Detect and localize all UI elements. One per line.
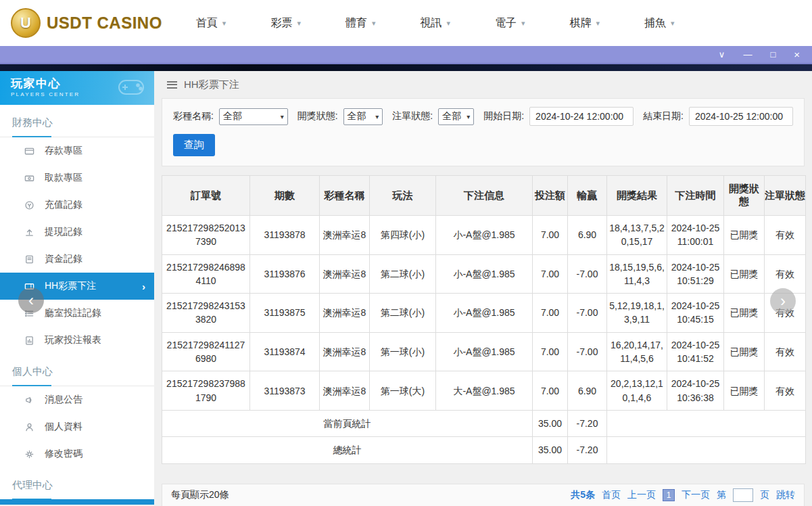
main-content: HH彩票下注 彩種名稱: 全部 ▾ 開獎狀態: 全部 ▾ 注單狀態: 全部 ▾ <box>154 71 812 505</box>
page-jump-input[interactable] <box>733 488 753 502</box>
nav-item-label: 電子 <box>495 16 517 30</box>
cell: 第一球(大) <box>370 371 436 411</box>
cell: 6.90 <box>568 216 607 255</box>
cell: 澳洲幸运8 <box>320 294 370 333</box>
bets-table-wrap: 訂單號期數彩種名稱玩法下注信息投注額輸贏開獎結果下注時間開獎狀態注單狀態 215… <box>162 175 805 464</box>
chevron-down-icon: ▾ <box>596 19 600 28</box>
nav-item[interactable]: 體育▾ <box>345 16 376 30</box>
minimize-icon[interactable]: — <box>743 50 752 59</box>
cell: 有效 <box>765 216 806 255</box>
nav-item[interactable]: 視訊▾ <box>420 16 450 30</box>
maximize-icon[interactable]: □ <box>770 50 775 59</box>
menu-toggle-icon[interactable] <box>167 81 177 89</box>
cell: 16,20,14,17,11,4,5,6 <box>607 332 667 371</box>
sidebar-section-title: 財務中心 <box>0 105 154 137</box>
cell: 2024-10-25 10:41:52 <box>667 332 724 371</box>
table-header-row: 訂單號期數彩種名稱玩法下注信息投注額輸贏開獎結果下注時間開獎狀態注單狀態 <box>162 176 806 216</box>
carousel-left-arrow-icon[interactable]: ‹ <box>18 288 44 313</box>
chevron-down-icon: ▾ <box>372 19 376 28</box>
sidebar-item-label: HH彩票下注 <box>45 280 96 292</box>
table-row: 215217298246898411031193876澳洲幸运8第二球(小)小-… <box>162 254 806 294</box>
nav-item-label: 棋牌 <box>570 16 592 30</box>
current-page-badge: 1 <box>663 489 675 501</box>
first-page-link[interactable]: 首页 <box>602 489 621 501</box>
cell: 澳洲幸运8 <box>320 216 370 255</box>
draw-status-select[interactable]: 全部 ▾ <box>343 108 383 125</box>
nav-item[interactable]: 電子▾ <box>495 16 525 30</box>
column-header: 開獎結果 <box>607 176 667 216</box>
nav-item[interactable]: 首頁▾ <box>196 16 226 30</box>
cell: 2152172982379881790 <box>162 371 250 411</box>
cell: -7.00 <box>568 294 607 333</box>
dropdown-icon[interactable]: ∨ <box>719 50 725 59</box>
nav-item-label: 彩票 <box>270 16 292 30</box>
summary-bet: 35.00 <box>533 410 568 436</box>
usdt-casino-logo[interactable]: U USDT CASINO <box>11 8 162 38</box>
sidebar-item-label: 取款專區 <box>45 172 82 184</box>
sidebar-item[interactable]: 資金記錄 <box>0 246 154 273</box>
recharge-icon <box>24 200 34 210</box>
column-header: 下注時間 <box>667 176 724 216</box>
column-header: 訂單號 <box>162 176 250 216</box>
column-header: 下注信息 <box>436 176 533 216</box>
column-header: 彩種名稱 <box>320 176 370 216</box>
nav-item-label: 捕魚 <box>644 16 666 30</box>
logo-coin-icon: U <box>11 8 41 38</box>
chevron-down-icon: ▾ <box>222 19 226 28</box>
summary-winloss: -7.20 <box>568 437 607 463</box>
nav-item[interactable]: 捕魚▾ <box>644 16 675 30</box>
cell: 小-A盤@1.985 <box>436 216 533 255</box>
search-button[interactable]: 查詢 <box>173 134 215 156</box>
close-icon[interactable]: × <box>794 49 800 60</box>
deposit-icon <box>24 146 34 156</box>
sidebar-item[interactable]: 消息公告 <box>0 386 154 413</box>
cell: 第二球(小) <box>370 294 436 333</box>
jump-prefix: 第 <box>717 489 726 501</box>
withdraw-icon <box>24 173 34 183</box>
lottery-select[interactable]: 全部 ▾ <box>219 108 288 125</box>
next-page-link[interactable]: 下一页 <box>682 489 710 501</box>
summary-row: 總統計35.00-7.20 <box>162 437 806 463</box>
window-title-bar: ∨ — □ × <box>0 46 812 64</box>
cell: 澳洲幸运8 <box>320 254 370 294</box>
banner-strip <box>0 64 812 71</box>
main-nav: 首頁▾彩票▾體育▾視訊▾電子▾棋牌▾捕魚▾ <box>196 16 675 30</box>
chevron-down-icon: ▾ <box>297 19 301 28</box>
chevron-down-icon: ▾ <box>521 19 525 28</box>
cell: -7.00 <box>568 332 607 371</box>
sidebar-item[interactable]: 個人資料 <box>0 413 154 440</box>
cell: 2024-10-25 11:00:01 <box>667 216 724 255</box>
sidebar-item[interactable]: 存款專區 <box>0 137 154 164</box>
cell: 20,2,13,12,10,1,4,6 <box>607 371 667 411</box>
cell: 18,4,13,7,5,20,15,17 <box>607 216 667 255</box>
sidebar-item-label: 廳室投註記錄 <box>45 307 101 319</box>
nav-item[interactable]: 彩票▾ <box>270 16 301 30</box>
sidebar-item[interactable]: 充值記錄 <box>0 191 154 218</box>
end-date-input[interactable] <box>689 107 793 126</box>
report-icon <box>24 336 34 346</box>
summary-bet: 35.00 <box>533 437 568 463</box>
chevron-down-icon: ▾ <box>446 19 450 28</box>
sidebar-item[interactable]: 修改密碼 <box>0 440 154 467</box>
sidebar-item[interactable]: 取款專區 <box>0 164 154 191</box>
jump-button[interactable]: 跳转 <box>776 489 795 501</box>
chevron-down-icon: ▾ <box>281 113 284 120</box>
chevron-right-icon: › <box>142 281 145 292</box>
column-header: 投注額 <box>533 176 568 216</box>
cell: 已開獎 <box>724 254 765 294</box>
bet-status-label: 注單狀態: <box>392 110 433 122</box>
start-date-input[interactable] <box>529 107 634 126</box>
cell: 澳洲幸运8 <box>320 371 370 411</box>
prev-page-link[interactable]: 上一页 <box>627 489 656 501</box>
cell: 已開獎 <box>724 294 765 333</box>
draw-status-label: 開獎狀態: <box>297 110 338 122</box>
cell: 7.00 <box>533 371 568 411</box>
sidebar-item[interactable]: 提現記錄 <box>0 218 154 246</box>
bet-status-select[interactable]: 全部 ▾ <box>438 108 474 125</box>
sidebar-bottom-bar <box>0 499 154 505</box>
nav-item[interactable]: 棋牌▾ <box>570 16 600 30</box>
chevron-down-icon: ▾ <box>375 113 379 120</box>
sidebar-item[interactable]: 玩家投注報表 <box>0 327 154 354</box>
carousel-right-arrow-icon[interactable]: › <box>770 288 796 314</box>
end-date-label: 結束日期: <box>643 110 684 122</box>
